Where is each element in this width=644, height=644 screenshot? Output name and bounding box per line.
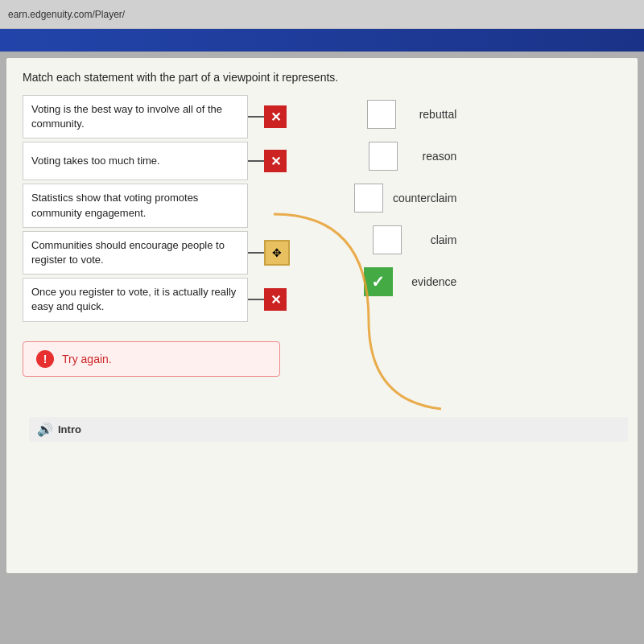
icon-cell-5[interactable]: ✕ — [264, 280, 287, 319]
answer-box-1[interactable] — [367, 100, 396, 129]
right-row-4: claim — [354, 221, 456, 259]
answer-box-4[interactable] — [373, 225, 402, 254]
right-side: rebuttal reason counterclaim claim ✓ — [354, 95, 456, 322]
label-rebuttal: rebuttal — [416, 95, 457, 134]
browser-bar: earn.edgenuity.com/Player/ — [0, 0, 644, 29]
match-layout: Voting is the best way to involve all of… — [23, 95, 621, 322]
right-row-2: reason — [354, 137, 456, 175]
icon-cell-4[interactable]: ✥ — [264, 233, 290, 272]
try-again-banner: ! Try again. — [23, 341, 280, 377]
icon-cell-1[interactable]: ✕ — [264, 97, 287, 136]
header-bar — [0, 29, 644, 52]
connector-1 — [248, 116, 264, 118]
try-again-text: Try again. — [62, 353, 112, 365]
bottom-bar: 🔊 Intro — [29, 417, 628, 442]
left-middle-area: Voting is the best way to involve all of… — [23, 95, 290, 322]
drag-icon-4[interactable]: ✥ — [264, 240, 290, 266]
connector-5 — [248, 299, 264, 300]
icon-cell-2[interactable]: ✕ — [264, 142, 287, 180]
answer-box-3[interactable] — [354, 184, 383, 213]
answer-box-5[interactable]: ✓ — [364, 267, 393, 296]
statement-5: Once you register to vote, it is actuall… — [23, 278, 248, 321]
row-1: Voting is the best way to involve all of… — [23, 95, 290, 138]
right-row-1: rebuttal — [354, 95, 456, 134]
label-claim: claim — [427, 221, 457, 259]
connector-4 — [248, 252, 264, 254]
instruction-text: Match each statement with the part of a … — [23, 71, 621, 84]
label-counterclaim: counterclaim — [390, 179, 456, 217]
check-icon: ✓ — [371, 272, 385, 291]
statement-2: Voting takes too much time. — [23, 142, 248, 180]
right-row-5: ✓ evidence — [354, 262, 456, 301]
speaker-icon[interactable]: 🔊 — [37, 422, 53, 437]
url-bar: earn.edgenuity.com/Player/ — [8, 9, 125, 20]
x-button-1[interactable]: ✕ — [264, 105, 287, 128]
error-icon: ! — [36, 350, 54, 368]
row-3: Statistics show that voting promotes com… — [23, 184, 290, 227]
label-reason: reason — [419, 137, 457, 175]
row-4: Communities should encourage people to r… — [23, 231, 290, 275]
connector-2 — [248, 160, 264, 162]
row-5: Once you register to vote, it is actuall… — [23, 278, 290, 321]
content-area: Match each statement with the part of a … — [6, 58, 638, 573]
x-button-2[interactable]: ✕ — [264, 150, 287, 172]
x-button-5[interactable]: ✕ — [264, 288, 287, 311]
statement-4: Communities should encourage people to r… — [23, 231, 248, 275]
row-2: Voting takes too much time. ✕ — [23, 142, 290, 180]
right-row-3: counterclaim — [354, 179, 456, 217]
statement-1: Voting is the best way to involve all of… — [23, 95, 248, 138]
label-evidence: evidence — [408, 262, 456, 301]
answer-box-2[interactable] — [369, 142, 398, 171]
drag-symbol: ✥ — [272, 246, 282, 259]
intro-label: Intro — [58, 423, 81, 436]
statement-3: Statistics show that voting promotes com… — [23, 184, 248, 227]
